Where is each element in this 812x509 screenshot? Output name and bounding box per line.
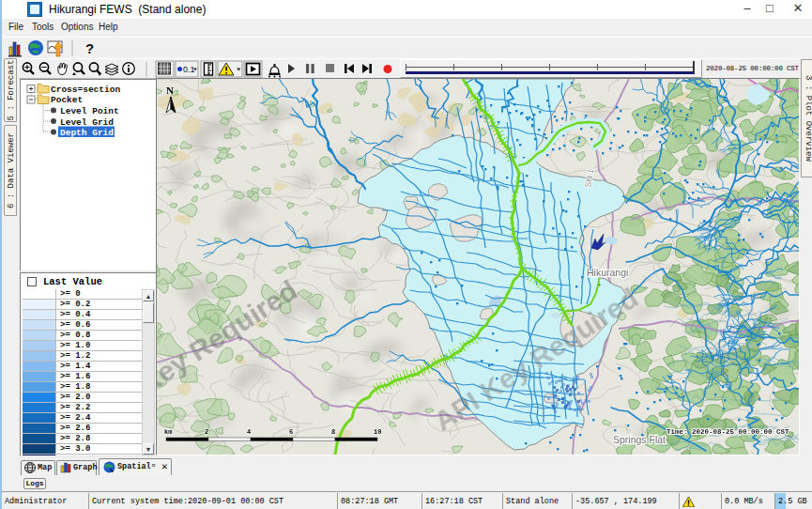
svg-text:Time: 2020-08-25 00:00:00 CST: Time: 2020-08-25 00:00:00 CST: [666, 428, 789, 436]
svg-text:8: 8: [331, 428, 335, 436]
svg-text:Depth Grid: Depth Grid: [60, 128, 114, 138]
svg-text:10: 10: [374, 428, 381, 436]
svg-text:N: N: [166, 85, 174, 96]
svg-text:Level Grid: Level Grid: [60, 117, 114, 128]
svg-text:0.1: 0.1: [183, 65, 195, 74]
svg-text:Level Point: Level Point: [60, 106, 119, 116]
svg-text:6: 6: [289, 428, 293, 436]
svg-text:2: 2: [205, 428, 208, 436]
svg-text:Pocket: Pocket: [51, 95, 83, 105]
svg-text:4: 4: [247, 428, 251, 436]
svg-text:?: ?: [85, 40, 94, 56]
svg-text:km: km: [164, 428, 172, 436]
svg-text:Hikurangi: Hikurangi: [587, 267, 628, 278]
svg-text:Cross=section: Cross=section: [51, 85, 120, 95]
svg-text:Springs Flat: Springs Flat: [613, 434, 666, 445]
